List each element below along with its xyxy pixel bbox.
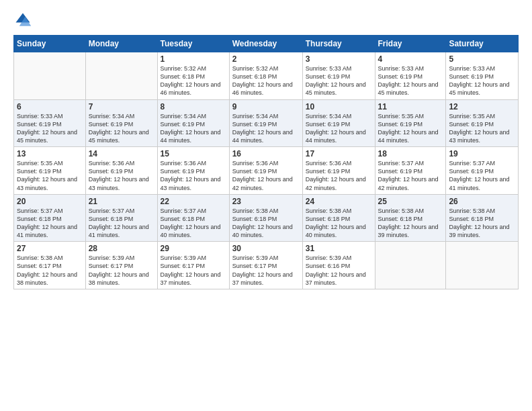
day-info: Sunrise: 5:34 AM Sunset: 6:19 PM Dayligh… [161, 112, 226, 145]
day-info: Sunrise: 5:39 AM Sunset: 6:16 PM Dayligh… [306, 254, 372, 287]
day-number: 26 [449, 197, 515, 206]
day-number: 31 [306, 244, 372, 253]
day-info: Sunrise: 5:35 AM Sunset: 6:19 PM Dayligh… [378, 112, 443, 145]
calendar-cell: 2Sunrise: 5:32 AM Sunset: 6:18 PM Daylig… [229, 52, 302, 100]
day-number: 12 [449, 102, 515, 111]
calendar-cell: 23Sunrise: 5:38 AM Sunset: 6:18 PM Dayli… [229, 194, 302, 242]
day-info: Sunrise: 5:34 AM Sunset: 6:19 PM Dayligh… [89, 112, 154, 145]
day-number: 29 [161, 244, 226, 253]
page: SundayMondayTuesdayWednesdayThursdayFrid… [0, 0, 532, 411]
calendar-table: SundayMondayTuesdayWednesdayThursdayFrid… [13, 35, 519, 289]
day-number: 15 [161, 149, 226, 158]
day-number: 28 [89, 244, 154, 253]
calendar-week-row: 6Sunrise: 5:33 AM Sunset: 6:19 PM Daylig… [14, 99, 519, 147]
calendar-day-header: Friday [375, 36, 446, 52]
calendar-cell: 25Sunrise: 5:38 AM Sunset: 6:18 PM Dayli… [375, 194, 446, 242]
logo [13, 11, 35, 30]
day-info: Sunrise: 5:36 AM Sunset: 6:19 PM Dayligh… [89, 159, 154, 192]
calendar-cell: 5Sunrise: 5:33 AM Sunset: 6:19 PM Daylig… [446, 52, 519, 100]
calendar-week-row: 20Sunrise: 5:37 AM Sunset: 6:18 PM Dayli… [14, 194, 519, 242]
calendar-cell: 31Sunrise: 5:39 AM Sunset: 6:16 PM Dayli… [302, 242, 375, 289]
calendar-cell: 10Sunrise: 5:34 AM Sunset: 6:19 PM Dayli… [302, 99, 375, 147]
day-number: 6 [17, 102, 83, 111]
calendar-cell: 19Sunrise: 5:37 AM Sunset: 6:19 PM Dayli… [446, 147, 519, 195]
day-number: 7 [89, 102, 154, 111]
calendar-cell: 29Sunrise: 5:39 AM Sunset: 6:17 PM Dayli… [157, 242, 229, 289]
day-info: Sunrise: 5:38 AM Sunset: 6:18 PM Dayligh… [449, 207, 515, 240]
calendar-cell: 14Sunrise: 5:36 AM Sunset: 6:19 PM Dayli… [85, 147, 157, 195]
calendar-day-header: Saturday [446, 36, 519, 52]
day-info: Sunrise: 5:38 AM Sunset: 6:18 PM Dayligh… [232, 207, 300, 240]
day-info: Sunrise: 5:39 AM Sunset: 6:17 PM Dayligh… [161, 254, 226, 287]
calendar-cell: 4Sunrise: 5:33 AM Sunset: 6:19 PM Daylig… [375, 52, 446, 100]
day-info: Sunrise: 5:33 AM Sunset: 6:19 PM Dayligh… [17, 112, 83, 145]
calendar-cell: 17Sunrise: 5:36 AM Sunset: 6:19 PM Dayli… [302, 147, 375, 195]
day-number: 5 [449, 54, 515, 64]
day-info: Sunrise: 5:36 AM Sunset: 6:19 PM Dayligh… [161, 159, 226, 192]
calendar-cell: 1Sunrise: 5:32 AM Sunset: 6:18 PM Daylig… [157, 52, 229, 100]
day-number: 9 [232, 102, 300, 111]
day-number: 19 [449, 149, 515, 158]
day-info: Sunrise: 5:36 AM Sunset: 6:19 PM Dayligh… [306, 159, 372, 192]
calendar-cell: 11Sunrise: 5:35 AM Sunset: 6:19 PM Dayli… [375, 99, 446, 147]
day-number: 3 [306, 54, 372, 64]
day-info: Sunrise: 5:38 AM Sunset: 6:18 PM Dayligh… [306, 207, 372, 240]
calendar-header-row: SundayMondayTuesdayWednesdayThursdayFrid… [14, 36, 519, 52]
day-info: Sunrise: 5:33 AM Sunset: 6:19 PM Dayligh… [449, 64, 515, 97]
day-info: Sunrise: 5:38 AM Sunset: 6:18 PM Dayligh… [378, 207, 443, 240]
calendar-cell [85, 52, 157, 100]
calendar-cell: 27Sunrise: 5:38 AM Sunset: 6:17 PM Dayli… [14, 242, 86, 289]
day-info: Sunrise: 5:33 AM Sunset: 6:19 PM Dayligh… [378, 64, 443, 97]
calendar-cell: 18Sunrise: 5:37 AM Sunset: 6:19 PM Dayli… [375, 147, 446, 195]
day-info: Sunrise: 5:37 AM Sunset: 6:19 PM Dayligh… [378, 159, 443, 192]
day-number: 17 [306, 149, 372, 158]
day-info: Sunrise: 5:39 AM Sunset: 6:17 PM Dayligh… [232, 254, 300, 287]
calendar-cell [446, 242, 519, 289]
day-info: Sunrise: 5:35 AM Sunset: 6:19 PM Dayligh… [17, 159, 83, 192]
header [13, 11, 519, 30]
calendar-week-row: 27Sunrise: 5:38 AM Sunset: 6:17 PM Dayli… [14, 242, 519, 289]
day-info: Sunrise: 5:35 AM Sunset: 6:19 PM Dayligh… [449, 112, 515, 145]
day-info: Sunrise: 5:32 AM Sunset: 6:18 PM Dayligh… [161, 64, 226, 97]
day-number: 18 [378, 149, 443, 158]
calendar-cell: 30Sunrise: 5:39 AM Sunset: 6:17 PM Dayli… [229, 242, 302, 289]
day-number: 30 [232, 244, 300, 253]
calendar-cell [14, 52, 86, 100]
day-number: 21 [89, 197, 154, 206]
day-number: 20 [17, 197, 83, 206]
calendar-day-header: Monday [85, 36, 157, 52]
day-number: 10 [306, 102, 372, 111]
day-number: 13 [17, 149, 83, 158]
calendar-cell: 20Sunrise: 5:37 AM Sunset: 6:18 PM Dayli… [14, 194, 86, 242]
calendar-day-header: Thursday [302, 36, 375, 52]
calendar-cell: 22Sunrise: 5:37 AM Sunset: 6:18 PM Dayli… [157, 194, 229, 242]
day-info: Sunrise: 5:36 AM Sunset: 6:19 PM Dayligh… [232, 159, 300, 192]
day-number: 4 [378, 54, 443, 64]
day-number: 25 [378, 197, 443, 206]
day-number: 8 [161, 102, 226, 111]
day-info: Sunrise: 5:34 AM Sunset: 6:19 PM Dayligh… [232, 112, 300, 145]
day-info: Sunrise: 5:37 AM Sunset: 6:18 PM Dayligh… [89, 207, 154, 240]
calendar-cell: 9Sunrise: 5:34 AM Sunset: 6:19 PM Daylig… [229, 99, 302, 147]
day-info: Sunrise: 5:34 AM Sunset: 6:19 PM Dayligh… [306, 112, 372, 145]
calendar-day-header: Sunday [14, 36, 86, 52]
day-number: 22 [161, 197, 226, 206]
calendar-cell: 6Sunrise: 5:33 AM Sunset: 6:19 PM Daylig… [14, 99, 86, 147]
day-info: Sunrise: 5:37 AM Sunset: 6:18 PM Dayligh… [161, 207, 226, 240]
calendar-cell: 28Sunrise: 5:39 AM Sunset: 6:17 PM Dayli… [85, 242, 157, 289]
calendar-cell: 3Sunrise: 5:33 AM Sunset: 6:19 PM Daylig… [302, 52, 375, 100]
calendar-cell: 8Sunrise: 5:34 AM Sunset: 6:19 PM Daylig… [157, 99, 229, 147]
calendar-day-header: Wednesday [229, 36, 302, 52]
calendar-cell [375, 242, 446, 289]
calendar-day-header: Tuesday [157, 36, 229, 52]
calendar-week-row: 13Sunrise: 5:35 AM Sunset: 6:19 PM Dayli… [14, 147, 519, 195]
day-info: Sunrise: 5:39 AM Sunset: 6:17 PM Dayligh… [89, 254, 154, 287]
day-info: Sunrise: 5:38 AM Sunset: 6:17 PM Dayligh… [17, 254, 83, 287]
day-info: Sunrise: 5:33 AM Sunset: 6:19 PM Dayligh… [306, 64, 372, 97]
calendar-cell: 7Sunrise: 5:34 AM Sunset: 6:19 PM Daylig… [85, 99, 157, 147]
calendar-week-row: 1Sunrise: 5:32 AM Sunset: 6:18 PM Daylig… [14, 52, 519, 100]
day-number: 14 [89, 149, 154, 158]
calendar-cell: 26Sunrise: 5:38 AM Sunset: 6:18 PM Dayli… [446, 194, 519, 242]
day-number: 2 [232, 54, 300, 64]
calendar-cell: 16Sunrise: 5:36 AM Sunset: 6:19 PM Dayli… [229, 147, 302, 195]
